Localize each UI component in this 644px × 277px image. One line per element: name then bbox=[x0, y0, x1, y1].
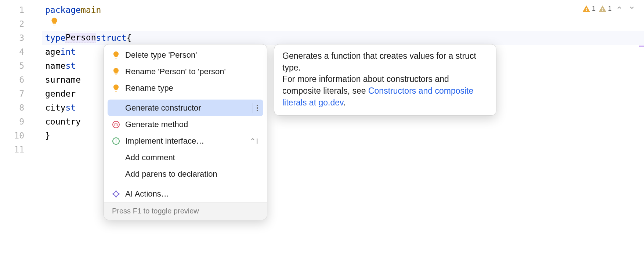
doc-text: . bbox=[343, 98, 345, 107]
weak-warning-badge[interactable]: 1 bbox=[598, 5, 612, 13]
action-label: Add comment bbox=[125, 153, 258, 162]
blank-icon bbox=[111, 169, 121, 179]
action-ai-actions[interactable]: AI Actions… bbox=[104, 186, 267, 202]
error-stripe-mark[interactable] bbox=[639, 46, 644, 47]
weak-warning-icon bbox=[598, 5, 607, 13]
bulb-icon bbox=[111, 83, 121, 93]
action-label: Rename 'Person' to 'person' bbox=[125, 67, 258, 76]
field-name: age bbox=[45, 47, 61, 57]
line-number: 1 bbox=[0, 3, 42, 17]
line-number: 8 bbox=[0, 101, 42, 115]
method-icon: m bbox=[111, 120, 121, 129]
separator bbox=[108, 98, 263, 98]
field-name: city bbox=[45, 103, 65, 112]
field-name: gender bbox=[45, 89, 76, 98]
action-label: Rename type bbox=[125, 83, 258, 93]
documentation-popup: Generates a function that creates values… bbox=[274, 44, 496, 116]
doc-text: Generates a function that creates values… bbox=[282, 51, 476, 72]
line-number: 6 bbox=[0, 73, 42, 87]
line-number: 2 bbox=[0, 17, 42, 31]
action-delete-type[interactable]: Delete type 'Person' bbox=[104, 47, 267, 63]
line-number: 11 bbox=[0, 143, 42, 157]
action-implement-interface[interactable]: I Implement interface… ⌃I bbox=[104, 133, 267, 149]
separator bbox=[108, 184, 263, 184]
bulb-icon bbox=[111, 67, 121, 76]
chevron-down-icon bbox=[629, 4, 635, 11]
line-number: 3 bbox=[0, 31, 42, 45]
warning-badge[interactable]: 1 bbox=[582, 5, 596, 13]
svg-text:I: I bbox=[115, 138, 116, 144]
ai-icon bbox=[111, 189, 121, 199]
field-type: int bbox=[61, 47, 76, 57]
code-line-active[interactable]: type Person struct { bbox=[42, 31, 644, 45]
keyword-struct: struct bbox=[96, 33, 126, 43]
brace-open: { bbox=[127, 33, 132, 43]
popup-footer-hint: Press F1 to toggle preview bbox=[104, 202, 267, 220]
chevron-up-icon bbox=[616, 4, 623, 11]
brace-close: } bbox=[45, 131, 50, 140]
code-line[interactable] bbox=[42, 17, 644, 31]
warning-count: 1 bbox=[592, 5, 596, 12]
keyword-package: package bbox=[45, 5, 81, 15]
action-label: Generate method bbox=[125, 120, 258, 129]
line-number: 10 bbox=[0, 129, 42, 143]
field-type: st bbox=[65, 61, 76, 71]
action-label: Implement interface… bbox=[125, 136, 245, 146]
action-rename-to-lower[interactable]: Rename 'Person' to 'person' bbox=[104, 63, 267, 80]
blank-icon bbox=[111, 103, 121, 113]
inspection-widget[interactable]: 1 1 bbox=[582, 4, 637, 14]
svg-text:m: m bbox=[114, 122, 118, 127]
type-identifier[interactable]: Person bbox=[65, 33, 96, 43]
action-generate-method[interactable]: m Generate method bbox=[104, 116, 267, 133]
more-options-icon[interactable] bbox=[253, 103, 258, 113]
line-number: 5 bbox=[0, 59, 42, 73]
line-number: 4 bbox=[0, 45, 42, 59]
keyboard-shortcut: ⌃I bbox=[250, 137, 258, 145]
bulb-icon bbox=[111, 50, 121, 60]
field-name: name bbox=[45, 61, 65, 71]
line-number: 7 bbox=[0, 87, 42, 101]
keyword-type: type bbox=[45, 33, 65, 43]
action-label: Delete type 'Person' bbox=[125, 50, 258, 60]
gutter: 1 2 3 4 5 6 7 8 9 10 11 bbox=[0, 0, 42, 277]
next-highlight-button[interactable] bbox=[627, 4, 637, 14]
action-add-comment[interactable]: Add comment bbox=[104, 149, 267, 166]
editor-area: 1 2 3 4 5 6 7 8 9 10 11 package main typ… bbox=[0, 0, 644, 277]
action-label: Generate constructor bbox=[125, 103, 248, 113]
warning-icon bbox=[582, 5, 590, 13]
action-label: Add parens to declaration bbox=[125, 169, 258, 179]
weak-warning-count: 1 bbox=[608, 5, 612, 12]
field-name: surname bbox=[45, 75, 81, 84]
line-number: 9 bbox=[0, 115, 42, 129]
field-name: country bbox=[45, 117, 81, 126]
package-name: main bbox=[81, 5, 101, 15]
intention-actions-popup: Delete type 'Person' Rename 'Person' to … bbox=[104, 44, 267, 220]
interface-icon: I bbox=[111, 136, 121, 146]
intention-bulb-icon[interactable] bbox=[50, 17, 59, 28]
action-add-parens[interactable]: Add parens to declaration bbox=[104, 166, 267, 182]
action-generate-constructor[interactable]: Generate constructor bbox=[108, 100, 263, 116]
prev-highlight-button[interactable] bbox=[615, 4, 624, 14]
action-label: AI Actions… bbox=[125, 189, 258, 199]
field-type: st bbox=[65, 103, 76, 112]
action-rename-type[interactable]: Rename type bbox=[104, 80, 267, 96]
code-line[interactable]: package main bbox=[42, 3, 644, 17]
blank-icon bbox=[111, 153, 121, 162]
